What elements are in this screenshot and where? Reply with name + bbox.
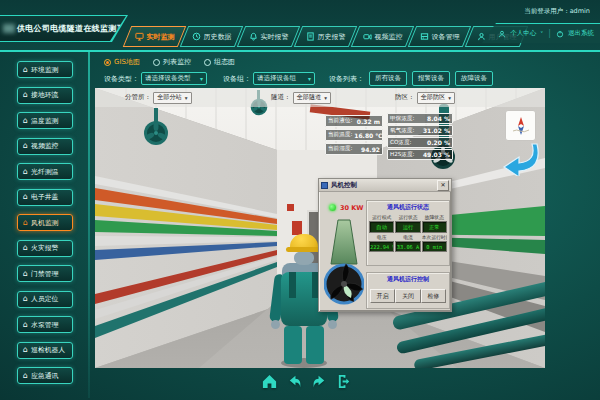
monitor-icon xyxy=(135,32,144,41)
app-root: 供电公司电缆隧道在线监测系统 实时监测 历史数据 实时报警 xyxy=(0,0,600,400)
tab-history-data[interactable]: 历史数据 xyxy=(184,26,239,47)
document-icon xyxy=(306,32,315,41)
sidebar-item-video[interactable]: ⌂视频监控 xyxy=(17,138,73,155)
turn-back-arrow-icon[interactable] xyxy=(497,142,539,176)
back-button[interactable] xyxy=(285,372,303,390)
device-list-label: 设备列表： xyxy=(329,74,364,84)
tab-realtime-monitor[interactable]: 实时监测 xyxy=(127,26,182,47)
sidebar-item-personnel[interactable]: ⌂人员定位 xyxy=(17,291,73,308)
red-marker xyxy=(287,204,294,211)
sidebar-item-access-control[interactable]: ⌂门禁管理 xyxy=(17,265,73,282)
run-led-indicator xyxy=(329,204,336,211)
view-mode-radios: GIS地图 列表监控 组态图 xyxy=(104,57,235,67)
voltage-display: 222.94 V xyxy=(369,241,394,252)
telemetry-h2s: H2S浓度:49.03 % xyxy=(387,149,453,160)
fan-start-button[interactable]: 开启 xyxy=(370,289,395,303)
exit-button[interactable] xyxy=(335,372,353,390)
runtime-display: 0 min xyxy=(422,241,447,252)
close-icon[interactable]: ✕ xyxy=(437,180,449,191)
tunnel-filter-label: 隧道： xyxy=(271,93,291,102)
logged-in-user-status: 当前登录用户：admin xyxy=(524,7,590,16)
telemetry-liquid-level: 当前液位:0.32 m xyxy=(325,115,383,127)
home-icon: ⌂ xyxy=(23,193,28,201)
device-filter-row: 设备类型： 请选择设备类型▾ 设备组： 请选择设备组▾ 设备列表： 所有设备 报… xyxy=(104,71,493,86)
substation-filter-label: 分管所： xyxy=(125,93,151,102)
zone-select[interactable]: 全部防区▾ xyxy=(417,92,456,104)
sidebar-item-fire-alarm[interactable]: ⌂火灾报警 xyxy=(17,240,73,257)
tab-history-alarm[interactable]: 历史报警 xyxy=(298,26,353,47)
home-icon: ⌂ xyxy=(23,270,28,278)
compass-icon xyxy=(510,115,532,137)
main-tabs: 实时监测 历史数据 实时报警 历史报警 视频监控 xyxy=(127,26,524,47)
sidebar-item-ground-current[interactable]: ⌂接地环流 xyxy=(17,87,73,104)
current-display: 33.06 A xyxy=(395,241,420,252)
user-center-menu[interactable]: 个人中心 xyxy=(510,29,536,38)
sidebar-item-manhole[interactable]: ⌂电子井盖 xyxy=(17,189,73,206)
sidebar-item-fiber-temp[interactable]: ⌂光纤测温 xyxy=(17,163,73,180)
control-group-title: 通风机运行控制 xyxy=(369,275,447,284)
sidebar-item-robot[interactable]: ⌂巡检机器人 xyxy=(17,342,73,359)
power-icon xyxy=(556,30,564,38)
fan-stop-button[interactable]: 关闭 xyxy=(395,289,420,303)
ceiling-fan xyxy=(143,120,169,146)
tab-realtime-alarm[interactable]: 实时报警 xyxy=(241,26,296,47)
home-icon: ⌂ xyxy=(23,142,28,150)
dialog-title-bar[interactable]: 风机控制 ✕ xyxy=(319,179,451,192)
device-type-select[interactable]: 请选择设备类型▾ xyxy=(141,72,207,85)
substation-select[interactable]: 全部分站▾ xyxy=(153,92,192,104)
chevron-down-icon: ▾ xyxy=(308,75,311,82)
sidebar-item-pump[interactable]: ⌂水泵管理 xyxy=(17,316,73,333)
radio-gis-map[interactable]: GIS地图 xyxy=(104,57,140,67)
tab-video-monitor[interactable]: 视频监控 xyxy=(355,26,410,47)
home-button[interactable] xyxy=(260,372,278,390)
home-icon xyxy=(261,373,278,390)
app-title-plate: 供电公司电缆隧道在线监测系统 xyxy=(0,15,128,42)
status-group-title: 通风机运行状态 xyxy=(369,203,447,212)
radio-scada-view[interactable]: 组态图 xyxy=(204,57,235,67)
back-arrow-icon xyxy=(286,373,303,390)
radio-list-monitor[interactable]: 列表监控 xyxy=(153,57,191,67)
compass-widget[interactable] xyxy=(505,110,536,141)
dialog-title: 风机控制 xyxy=(331,181,434,190)
home-icon: ⌂ xyxy=(23,372,28,380)
all-devices-button[interactable]: 所有设备 xyxy=(369,71,407,86)
home-icon: ⌂ xyxy=(23,117,28,125)
chevron-down-icon: ▾ xyxy=(324,95,327,101)
telemetry-oxygen: 氧气浓度:31.02 % xyxy=(387,125,453,136)
divider: | xyxy=(548,29,551,38)
fault-devices-button[interactable]: 故障设备 xyxy=(455,71,493,86)
forward-arrow-icon xyxy=(311,373,328,390)
sidebar-item-environment[interactable]: ⌂环境监测 xyxy=(17,61,73,78)
device-type-label: 设备类型： xyxy=(104,74,139,84)
home-icon: ⌂ xyxy=(23,168,28,176)
chevron-down-icon: ˅ xyxy=(540,30,543,37)
person-icon xyxy=(498,30,506,38)
home-icon: ⌂ xyxy=(23,66,28,74)
chevron-down-icon: ▾ xyxy=(200,75,203,82)
fan-status-group: 通风机运行状态 运行模式 运行状态 故障状态 自动 运行 正常 电压 电流 本次… xyxy=(366,200,450,266)
user-icon xyxy=(477,32,486,41)
user-panel: 个人中心 ˅ | 退出系统 xyxy=(482,23,600,43)
tab-device-manage[interactable]: 设备管理 xyxy=(412,26,467,47)
tunnel-select[interactable]: 全部隧道▾ xyxy=(293,92,332,104)
scene-filter-strip: 分管所： 全部分站▾ 隧道： 全部隧道▾ 防区： 全部防区▾ xyxy=(95,88,545,107)
exit-icon xyxy=(336,373,353,390)
home-icon: ⌂ xyxy=(23,244,28,252)
sidebar-item-temperature[interactable]: ⌂温度监测 xyxy=(17,112,73,129)
device-group-select[interactable]: 请选择设备组▾ xyxy=(253,72,315,85)
dialog-app-icon xyxy=(321,182,328,189)
run-mode-display: 自动 xyxy=(369,221,394,233)
sidebar-item-emergency-comm[interactable]: ⌂应急通讯 xyxy=(17,367,73,384)
bottom-navigation xyxy=(260,372,353,390)
fan-control-dialog: 风机控制 ✕ 30 KW 通风机运行状态 xyxy=(318,178,452,312)
telemetry-methane: 甲烷浓度:8.04 % xyxy=(387,113,453,124)
sidebar-item-fan[interactable]: ⌂风机监测 xyxy=(17,214,73,231)
forward-button[interactable] xyxy=(310,372,328,390)
fan-control-group: 通风机运行控制 开启 关闭 检修 xyxy=(366,272,450,309)
alarm-devices-button[interactable]: 报警设备 xyxy=(412,71,450,86)
logout-button[interactable]: 退出系统 xyxy=(568,29,594,38)
home-icon: ⌂ xyxy=(23,219,28,227)
home-icon: ⌂ xyxy=(23,346,28,354)
camera-icon xyxy=(363,32,372,41)
fan-maintenance-button[interactable]: 检修 xyxy=(421,289,446,303)
